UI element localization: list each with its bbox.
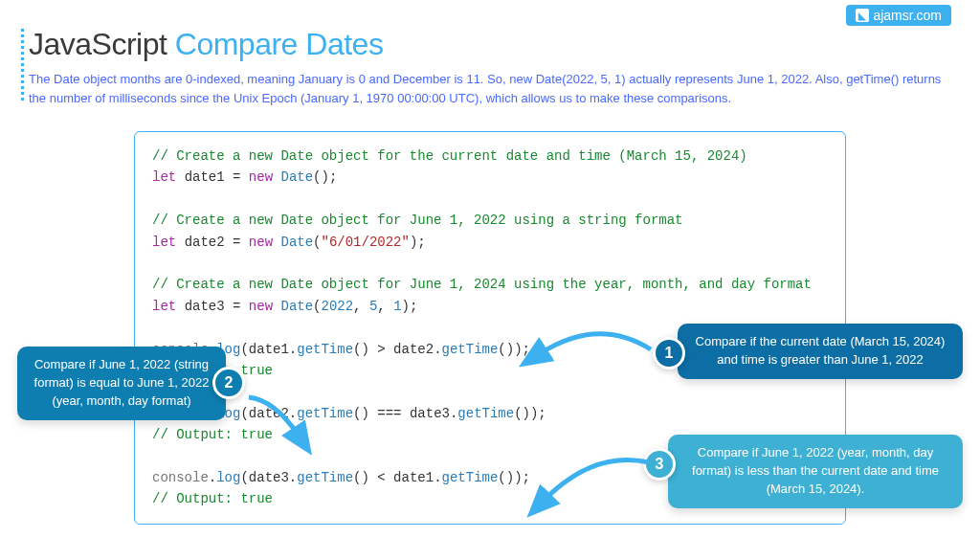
code-method: getTime	[442, 470, 499, 485]
code-op: >	[377, 342, 385, 357]
code-var: date2	[185, 235, 225, 250]
code-op: <	[377, 470, 385, 485]
code-num: 1	[393, 299, 401, 314]
code-class: Date	[280, 235, 313, 250]
code-string: "6/01/2022"	[322, 235, 410, 250]
code-method: getTime	[297, 470, 353, 485]
code-class: Date	[280, 299, 313, 314]
callout-badge-1: 1	[653, 337, 685, 370]
header: JavaScript Compare Dates The Date object…	[0, 0, 980, 117]
callout-badge-2-num: 2	[225, 374, 234, 392]
code-method: getTime	[442, 342, 499, 357]
code-var: date1	[249, 342, 289, 357]
code-var: date2	[393, 342, 434, 357]
callout-badge-3-num: 3	[656, 456, 664, 473]
page-subtitle: The Date object months are 0-indexed, me…	[29, 70, 947, 107]
callout-1-text: Compare if the current date (March 15, 2…	[696, 334, 946, 367]
callout-badge-2: 2	[212, 367, 245, 399]
callout-badge-3: 3	[643, 448, 676, 481]
code-op: ===	[377, 406, 401, 421]
code-keyword: new	[249, 169, 273, 185]
code-var: date1	[185, 169, 225, 185]
code-var: date3	[410, 406, 450, 421]
page-title: JavaScript Compare Dates	[29, 27, 951, 62]
callout-2: Compare if June 1, 2022 (string format) …	[17, 347, 226, 420]
code-keyword: new	[249, 235, 273, 250]
callout-1: Compare if the current date (March 15, 2…	[678, 324, 963, 379]
code-keyword: let	[152, 299, 176, 314]
code-num: 2022	[322, 299, 354, 314]
code-method: log	[216, 470, 240, 485]
header-border-decoration	[21, 29, 24, 101]
code-comment: // Create a new Date object for the curr…	[152, 148, 747, 164]
code-comment: // Output: true	[152, 491, 273, 506]
code-var: date2	[249, 406, 289, 421]
code-comment: // Output: true	[152, 427, 273, 442]
code-keyword: new	[249, 299, 273, 314]
code-num: 5	[369, 299, 377, 314]
code-comment: // Create a new Date object for June 1, …	[152, 277, 812, 292]
callout-2-text: Compare if June 1, 2022 (string format) …	[34, 357, 210, 408]
code-method: getTime	[297, 406, 353, 421]
callout-3: Compare if June 1, 2022 (year, month, da…	[668, 435, 963, 508]
code-var: date3	[185, 299, 225, 314]
code-method: getTime	[297, 342, 353, 357]
callout-3-text: Compare if June 1, 2022 (year, month, da…	[692, 445, 939, 496]
title-part-1: JavaScript	[29, 27, 175, 61]
callout-badge-1-num: 1	[665, 345, 674, 362]
code-keyword: let	[152, 169, 176, 185]
code-console: console	[152, 470, 209, 485]
code-method: getTime	[457, 406, 514, 421]
code-var: date3	[249, 470, 289, 485]
title-part-2: Compare Dates	[175, 27, 384, 61]
code-class: Date	[280, 169, 313, 185]
code-comment: // Create a new Date object for June 1, …	[152, 213, 683, 228]
code-var: date1	[393, 470, 434, 485]
code-keyword: let	[152, 235, 176, 250]
